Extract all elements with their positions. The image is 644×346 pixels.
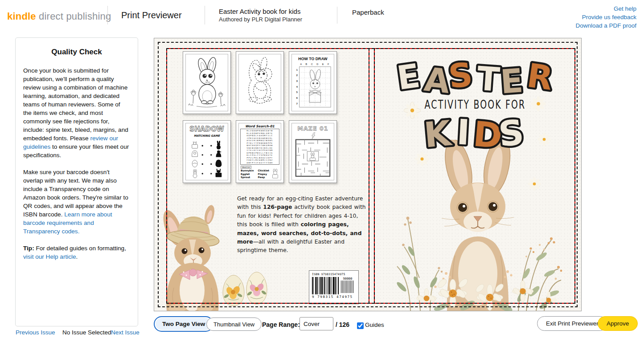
mini-page-coloring-bunny (183, 51, 231, 114)
svg-text:K: K (422, 113, 454, 155)
page-total: / 126 (336, 321, 349, 328)
kdp-logo-rest: direct publishing (39, 11, 111, 22)
help-article-link[interactable]: visit our Help article (23, 253, 76, 260)
mini-page-how-to-draw: HOW TO DRAW A B C D E F 1234567 (289, 51, 337, 114)
kdp-logo-kindle: kindle (7, 11, 36, 22)
svg-text:S: S (447, 55, 474, 96)
two-page-view-button[interactable]: Two Page View (154, 316, 213, 332)
quality-check-tip: Tip: For detailed guides on formatting, … (23, 244, 130, 261)
tip-text: For detailed guides on formatting, (34, 245, 126, 252)
format-label: Paperback (352, 8, 384, 16)
quality-check-paragraph-2: Make sure your barcode doesn't overlap w… (23, 168, 130, 236)
daisy-flower (537, 133, 551, 146)
thumbnail-view-button[interactable]: Thumbnail View (206, 318, 262, 331)
how-to-draw-columns: A B C D E F (300, 63, 329, 65)
svg-text:S: S (497, 112, 526, 154)
svg-text:T: T (476, 59, 501, 98)
back-cover-mini-grid: HOW TO DRAW A B C D E F 1234567 (183, 51, 337, 183)
qc-p2-text: Make sure your barcode doesn't overlap w… (23, 169, 128, 218)
book-title: Easter Activity book for kids (219, 8, 302, 16)
mini-page-dashed-bunny (236, 51, 284, 114)
header-links: Get help Provide us feedback Download a … (575, 4, 636, 30)
svg-text:7: 7 (296, 102, 298, 105)
exit-print-previewer-button[interactable]: Exit Print Previewer (537, 316, 607, 331)
daisy-flower (528, 177, 541, 191)
header-divider (107, 6, 108, 24)
barcode-price-bars (341, 281, 354, 293)
svg-text:E: E (394, 56, 422, 97)
maze-bolt-icon (312, 133, 315, 139)
coloring-bunny-art (186, 54, 228, 111)
feedback-link[interactable]: Provide us feedback (575, 13, 636, 21)
kdp-logo: kindle direct publishing (7, 11, 111, 22)
previous-issue-link[interactable]: Previous Issue (16, 329, 55, 336)
svg-text:3: 3 (296, 80, 298, 82)
dashed-bunny-art (239, 54, 281, 111)
qc-p1-text: Once your book is submitted for publicat… (23, 67, 128, 142)
svg-text:I: I (456, 112, 471, 152)
quality-check-panel: Quality Check Once your book is submitte… (15, 37, 138, 326)
maze-title: MAZE 01 (297, 125, 328, 132)
svg-text:R: R (525, 56, 555, 98)
back-cover-bunny-illustration (158, 199, 227, 311)
svg-text:1: 1 (296, 69, 298, 71)
isbn-number: ISBN 9798315474975 (312, 273, 356, 276)
word-search-grid: RLZQDWPKWBSGWTBKLEQOBPEMBLGMTEHOPNOLFAHO… (240, 129, 279, 165)
word-search-title: Word Search-01 (239, 124, 281, 128)
page-title: Print Previewer (121, 10, 182, 20)
quality-check-title: Quality Check (23, 48, 130, 57)
title-kids: KIDS (422, 112, 526, 156)
book-meta: Easter Activity book for kids Authored b… (219, 8, 302, 24)
page-range-input[interactable] (299, 317, 333, 330)
next-issue-link[interactable]: Next Issue (111, 329, 139, 336)
spine-guide-right (374, 48, 375, 304)
tip-after: . (76, 253, 78, 260)
easter-eggs-illustration (219, 266, 271, 310)
tip-label: Tip: (23, 245, 34, 252)
barcode-price-code: 90000 (341, 277, 354, 281)
mini-page-maze: MAZE 01 (289, 120, 337, 183)
back-cover-blurb: Get ready for an egg-citing Easter adven… (237, 195, 366, 255)
header-divider (205, 6, 205, 24)
mini-page-word-search: Word Search-01 RLZQDWPKWBSGWTBKLEQOBPEMB… (236, 120, 284, 183)
issue-status-text: No Issue Selected (62, 329, 111, 336)
daisy-flower (404, 102, 421, 119)
word-search-bunny-icon (271, 169, 279, 179)
cover-preview-canvas: HOW TO DRAW A B C D E F 1234567 (154, 38, 582, 311)
svg-text:2: 2 (296, 74, 298, 77)
daisy-flower (415, 152, 429, 166)
svg-text:6: 6 (296, 97, 298, 99)
get-help-link[interactable]: Get help (575, 4, 636, 13)
shadow-subtitle: MATCHING GAME (194, 134, 220, 137)
title-subtitle: ACTIVITY BOOK FOR (425, 98, 526, 111)
top-header: kindle direct publishing Print Previewer… (0, 0, 644, 34)
guides-checkbox[interactable] (357, 322, 364, 329)
svg-text:E: E (499, 61, 524, 101)
word-list-label: Word List (241, 166, 251, 169)
title-easter: EASTER (394, 55, 555, 101)
isbn-barcode: ISBN 9798315474975 90000 9 798315 474975 (309, 270, 359, 304)
download-pdf-proof-link[interactable]: Download a PDF proof (575, 21, 636, 30)
svg-text:5: 5 (296, 91, 298, 94)
how-to-draw-art: HOW TO DRAW A B C D E F 1234567 (292, 54, 334, 111)
approve-button[interactable]: Approve (598, 316, 638, 331)
header-divider (337, 7, 337, 24)
how-to-draw-row-numbers: 1234567 (296, 69, 298, 105)
maze-art: MAZE 01 (292, 123, 334, 180)
shadow-title: SHADOW (189, 125, 224, 133)
spine-guide-left (369, 48, 369, 304)
guides-label: Guides (365, 322, 384, 328)
shadow-matching-art: SHADOW MATCHING GAME (186, 123, 228, 180)
barcode-bars (312, 277, 339, 294)
mini-page-shadow-matching: SHADOW MATCHING GAME (183, 120, 231, 183)
quality-check-paragraph-1: Once your book is submitted for publicat… (23, 66, 130, 159)
svg-text:4: 4 (296, 85, 298, 88)
daisy-flower (531, 96, 546, 111)
page-range-label: Page Range: (262, 321, 300, 328)
how-to-draw-title: HOW TO DRAW (298, 57, 328, 61)
barcode-digits: 9 798315 474975 (312, 295, 356, 299)
book-author: Authored by PLR Digital Planner (219, 16, 302, 24)
